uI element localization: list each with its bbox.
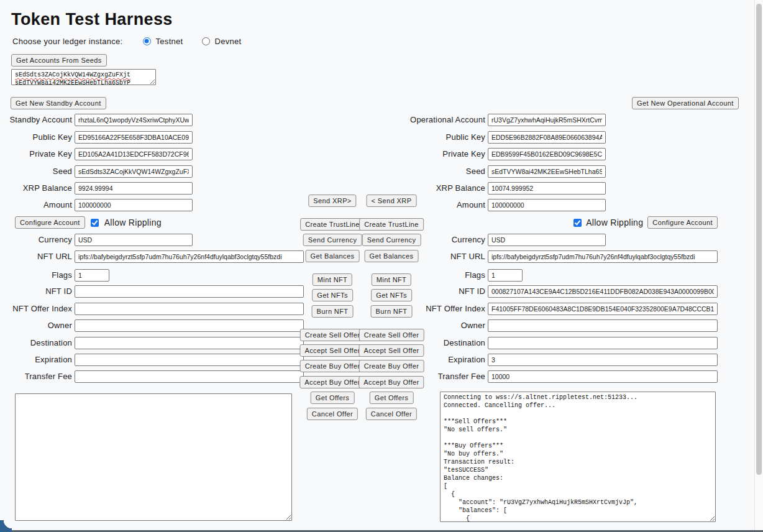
- standby-private-key-row: Private Key: [0, 147, 193, 160]
- testnet-radio-label: Testnet: [156, 37, 183, 46]
- operational-transfer-fee-field[interactable]: [488, 370, 718, 383]
- standby-public-key-field[interactable]: [75, 131, 193, 144]
- operational-configure-account-button[interactable]: Configure Account: [647, 216, 718, 229]
- standby-nft-url-field[interactable]: [75, 250, 304, 263]
- standby-transfer-fee-field[interactable]: [75, 370, 304, 383]
- operational-private-key-field[interactable]: [488, 148, 606, 160]
- operational-owner-field[interactable]: [488, 319, 718, 332]
- standby-expiration-label: Expiration: [0, 355, 75, 364]
- standby-create-buy-offer-button[interactable]: Create Buy Offer: [300, 360, 365, 372]
- operational-cancel-offer-button[interactable]: Cancel Offer: [366, 408, 417, 420]
- operational-private-key-label: Private Key: [387, 149, 488, 158]
- operational-nft-url-row: NFT URL: [387, 250, 718, 263]
- operational-account-field[interactable]: [488, 114, 606, 126]
- operational-nft-url-field[interactable]: [488, 250, 718, 263]
- operational-private-key-row: Private Key: [387, 147, 606, 160]
- operational-flags-field[interactable]: [488, 269, 523, 282]
- standby-send-currency-button[interactable]: Send Currency: [303, 234, 362, 246]
- page-scrollbar-thumb[interactable]: [756, 4, 762, 475]
- standby-get-offers-button[interactable]: Get Offers: [311, 392, 355, 404]
- standby-destination-field[interactable]: [75, 337, 304, 349]
- radio-testnet[interactable]: Testnet: [143, 37, 183, 46]
- operational-expiration-label: Expiration: [387, 355, 488, 364]
- operational-flags-row: Flags: [387, 268, 523, 282]
- standby-destination-label: Destination: [0, 338, 75, 347]
- operational-seed-field[interactable]: [488, 165, 606, 178]
- operational-xrp-balance-row: XRP Balance: [387, 181, 606, 195]
- radio-devnet[interactable]: Devnet: [202, 37, 242, 46]
- standby-flags-field[interactable]: [75, 269, 109, 282]
- standby-results-textarea[interactable]: [15, 393, 292, 521]
- page-title: Token Test Harness: [11, 10, 173, 29]
- operational-currency-label: Currency: [387, 235, 488, 244]
- standby-nft-id-field[interactable]: [75, 285, 304, 298]
- operational-results-textarea[interactable]: [440, 392, 716, 522]
- operational-xrp-balance-label: XRP Balance: [387, 183, 488, 193]
- standby-xrp-balance-row: XRP Balance: [0, 181, 193, 195]
- operational-nft-id-field[interactable]: [488, 285, 718, 298]
- standby-burn-nft-button[interactable]: Burn NFT: [312, 305, 354, 318]
- operational-flags-label: Flags: [387, 270, 488, 280]
- standby-currency-row: Currency: [0, 233, 193, 246]
- operational-get-offers-button[interactable]: Get Offers: [370, 392, 414, 404]
- page-scrollbar[interactable]: [754, 0, 763, 532]
- standby-private-key-field[interactable]: [75, 148, 193, 160]
- standby-nft-url-row: NFT URL: [0, 250, 304, 263]
- operational-nft-id-row: NFT ID: [387, 285, 718, 298]
- get-new-standby-account-button[interactable]: Get New Standby Account: [11, 97, 106, 109]
- standby-amount-field[interactable]: [75, 199, 193, 211]
- operational-destination-field[interactable]: [488, 337, 718, 349]
- standby-expiration-field[interactable]: [75, 354, 304, 366]
- standby-account-label: Standby Account: [0, 115, 75, 124]
- standby-accept-sell-offer-button[interactable]: Accept Sell Offer: [299, 344, 365, 357]
- operational-expiration-field[interactable]: [488, 354, 718, 366]
- operational-currency-row: Currency: [387, 233, 606, 246]
- operational-owner-label: Owner: [387, 321, 488, 330]
- standby-accept-buy-offer-button[interactable]: Accept Buy Offer: [299, 376, 365, 388]
- operational-amount-row: Amount: [387, 198, 606, 211]
- standby-owner-field[interactable]: [75, 319, 304, 332]
- standby-currency-field[interactable]: [75, 234, 193, 246]
- standby-seed-field[interactable]: [75, 165, 193, 178]
- operational-nft-offer-index-field[interactable]: [488, 303, 718, 315]
- standby-owner-row: Owner: [0, 319, 304, 332]
- operational-seed-label: Seed: [387, 167, 488, 176]
- operational-account-row: Operational Account: [387, 113, 606, 126]
- get-accounts-from-seeds-button[interactable]: Get Accounts From Seeds: [11, 54, 107, 66]
- operational-seed-row: Seed: [387, 165, 606, 178]
- operational-xrp-balance-field[interactable]: [488, 182, 606, 195]
- operational-create-trustline-button[interactable]: Create TrustLine: [359, 218, 424, 231]
- get-new-operational-account-button[interactable]: Get New Operational Account: [632, 97, 739, 109]
- operational-amount-label: Amount: [387, 200, 488, 209]
- standby-flags-label: Flags: [0, 270, 75, 280]
- standby-mint-nft-button[interactable]: Mint NFT: [313, 273, 352, 286]
- ledger-instance-chooser: Choose your ledger instance: Testnet Dev…: [12, 35, 260, 47]
- standby-public-key-label: Public Key: [0, 132, 75, 142]
- testnet-radio-icon[interactable]: [143, 37, 151, 45]
- window-corner-backdrop: [0, 520, 12, 532]
- standby-cancel-offer-button[interactable]: Cancel Offer: [307, 408, 358, 420]
- standby-configure-account-button[interactable]: Configure Account: [15, 216, 85, 229]
- standby-account-field[interactable]: [75, 114, 193, 126]
- standby-create-sell-offer-button[interactable]: Create Sell Offer: [300, 329, 365, 341]
- standby-seed-label: Seed: [0, 167, 75, 176]
- devnet-radio-icon[interactable]: [202, 37, 210, 45]
- standby-xrp-balance-field[interactable]: [75, 182, 193, 195]
- operational-public-key-field[interactable]: [488, 131, 606, 144]
- operational-allow-rippling-label: Allow Rippling: [586, 218, 643, 227]
- standby-create-trustline-button[interactable]: Create TrustLine: [300, 218, 365, 231]
- standby-get-nfts-button[interactable]: Get NFTs: [312, 289, 353, 301]
- standby-get-balances-button[interactable]: Get Balances: [306, 250, 360, 262]
- standby-nft-offer-index-field[interactable]: [75, 303, 304, 315]
- seeds-textarea[interactable]: [11, 69, 156, 85]
- operational-destination-label: Destination: [387, 338, 488, 347]
- standby-send-xrp-button[interactable]: Send XRP>: [308, 195, 356, 207]
- standby-destination-row: Destination: [0, 336, 304, 349]
- operational-transfer-fee-row: Transfer Fee: [387, 370, 718, 383]
- operational-amount-field[interactable]: [488, 199, 606, 211]
- standby-allow-rippling-checkbox[interactable]: [91, 219, 99, 227]
- standby-transfer-fee-label: Transfer Fee: [0, 372, 75, 381]
- standby-owner-label: Owner: [0, 321, 75, 330]
- operational-currency-field[interactable]: [488, 234, 606, 246]
- operational-allow-rippling-checkbox[interactable]: [573, 219, 582, 227]
